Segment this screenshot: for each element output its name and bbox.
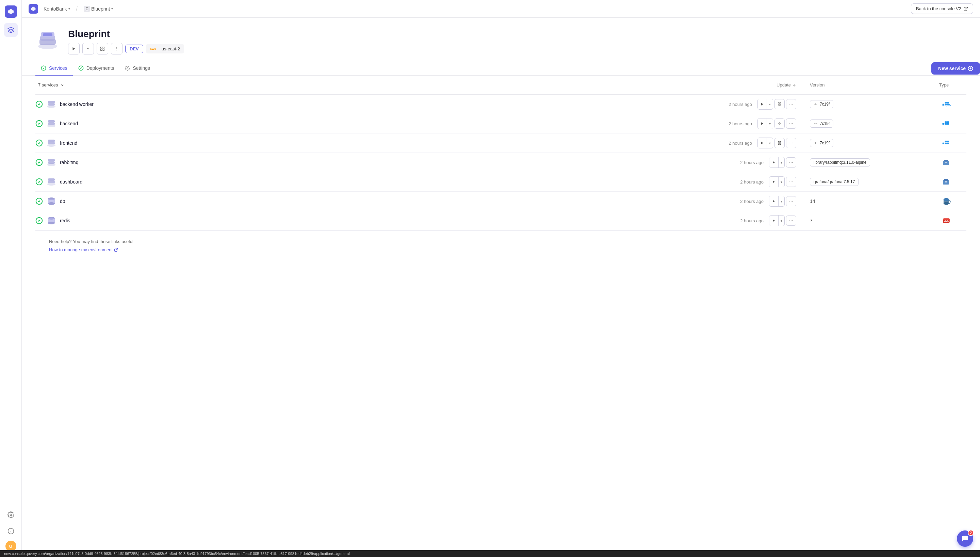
- service-play-dropdown-button[interactable]: ▾: [779, 177, 784, 187]
- org-logo-btn[interactable]: [29, 4, 38, 14]
- service-name[interactable]: db: [60, 199, 65, 204]
- app-logo[interactable]: [5, 5, 17, 18]
- service-time: 2 hours ago: [718, 102, 752, 107]
- service-play-button[interactable]: [769, 177, 779, 187]
- service-more-button[interactable]: [786, 99, 796, 109]
- play-button[interactable]: [68, 43, 80, 54]
- svg-rect-83: [945, 143, 947, 144]
- environment-info: Blueprint: [68, 29, 184, 54]
- service-more-button[interactable]: [786, 138, 796, 148]
- service-deploy-button[interactable]: [774, 119, 785, 129]
- service-version: 7c19f: [810, 139, 939, 147]
- project-prefix-badge: E: [84, 6, 90, 12]
- service-play-dropdown-button[interactable]: ▾: [779, 215, 784, 226]
- back-to-console-button[interactable]: Back to the console V2: [911, 3, 973, 14]
- help-text: Need help? You may find these links usef…: [49, 239, 953, 244]
- service-deploy-button[interactable]: [774, 99, 785, 109]
- region-label: us-east-2: [162, 46, 180, 51]
- status-ok-icon: [36, 120, 43, 127]
- service-time: 2 hours ago: [730, 160, 764, 165]
- new-service-button[interactable]: New service: [931, 62, 980, 75]
- external-link-icon: [963, 7, 968, 11]
- service-play-button[interactable]: [758, 119, 767, 129]
- service-name[interactable]: backend: [60, 121, 78, 126]
- service-time: 2 hours ago: [718, 141, 752, 146]
- service-play-dropdown-button[interactable]: ▾: [767, 138, 773, 148]
- service-version: 7c19f: [810, 100, 939, 108]
- service-more-button[interactable]: [786, 177, 796, 187]
- deploy-button[interactable]: [97, 43, 108, 54]
- project-crumb[interactable]: E Blueprint ▾: [81, 5, 116, 13]
- sidebar-settings-btn[interactable]: [4, 508, 18, 521]
- sidebar-layers-btn[interactable]: [4, 23, 18, 37]
- svg-rect-97: [945, 162, 947, 163]
- service-name[interactable]: redis: [60, 218, 70, 223]
- sidebar-info-btn[interactable]: [4, 524, 18, 538]
- service-play-button[interactable]: [758, 138, 767, 148]
- service-play-button[interactable]: [769, 196, 779, 206]
- service-version: library/rabbitmq:3.11.0-alpine: [810, 158, 939, 166]
- chat-badge: 2: [968, 530, 974, 536]
- service-play-button[interactable]: [758, 99, 767, 109]
- service-more-button[interactable]: [786, 119, 796, 129]
- help-link[interactable]: How to manage my environment: [49, 247, 118, 252]
- service-name[interactable]: backend worker: [60, 101, 94, 107]
- service-play-dropdown-button[interactable]: ▾: [779, 196, 784, 206]
- svg-text:aws: aws: [150, 47, 156, 51]
- more-options-button[interactable]: [111, 43, 122, 54]
- org-crumb[interactable]: KontoBank ▾: [41, 5, 73, 13]
- service-more-button[interactable]: [786, 196, 796, 206]
- chat-bubble[interactable]: 2: [957, 531, 973, 547]
- svg-point-58: [792, 123, 793, 124]
- service-more-button[interactable]: [786, 215, 796, 226]
- service-time: 2 hours ago: [730, 199, 764, 204]
- service-deploy-button[interactable]: [774, 138, 785, 148]
- service-type: [939, 178, 966, 186]
- svg-rect-64: [947, 123, 949, 125]
- commit-icon: [814, 102, 818, 106]
- dropdown-arrow-button[interactable]: [82, 43, 94, 54]
- tab-deployments[interactable]: Deployments: [73, 61, 120, 76]
- svg-point-48: [47, 125, 55, 127]
- play-dropdown-control: ▾: [758, 118, 773, 129]
- service-controls: ▾: [769, 215, 796, 226]
- service-layer-icon: [46, 177, 57, 187]
- version-text: library/rabbitmq:3.11.0-alpine: [814, 160, 866, 165]
- redis-icon: [942, 216, 951, 225]
- service-name[interactable]: rabbitmq: [60, 160, 78, 165]
- table-row: frontend 2 hours ago ▾: [36, 134, 966, 153]
- svg-point-127: [791, 220, 792, 221]
- col-type-header: Type: [939, 82, 966, 88]
- more-dots-icon: [789, 160, 793, 165]
- svg-point-37: [792, 104, 793, 104]
- main-content: Blueprint: [22, 18, 980, 557]
- svg-rect-55: [780, 124, 781, 125]
- service-type: [939, 101, 966, 108]
- service-play-dropdown-button[interactable]: ▾: [767, 99, 773, 109]
- svg-point-128: [792, 220, 793, 221]
- svg-point-116: [792, 201, 793, 202]
- svg-rect-89: [48, 161, 55, 164]
- service-name[interactable]: frontend: [60, 140, 77, 146]
- service-play-dropdown-button[interactable]: ▾: [779, 157, 784, 168]
- svg-rect-29: [48, 101, 55, 103]
- project-chevron: ▾: [111, 7, 113, 11]
- svg-rect-50: [48, 120, 55, 122]
- svg-marker-51: [761, 122, 763, 125]
- version-text: 7c19f: [820, 102, 829, 107]
- service-play-button[interactable]: [769, 215, 779, 226]
- services-count-label: 7 services: [38, 82, 58, 88]
- svg-point-126: [789, 220, 790, 221]
- tab-services[interactable]: Services: [36, 61, 73, 76]
- svg-marker-113: [773, 200, 775, 203]
- grid-icon: [777, 102, 782, 106]
- tab-settings[interactable]: Settings: [119, 61, 156, 76]
- service-play-dropdown-button[interactable]: ▾: [767, 119, 773, 129]
- svg-rect-73: [780, 142, 781, 143]
- service-play-button[interactable]: [769, 157, 779, 168]
- org-chevron: ▾: [68, 7, 70, 11]
- help-section: Need help? You may find these links usef…: [36, 231, 966, 261]
- services-count-button[interactable]: 7 services: [36, 81, 67, 89]
- service-name[interactable]: dashboard: [60, 179, 82, 184]
- service-more-button[interactable]: [786, 157, 796, 168]
